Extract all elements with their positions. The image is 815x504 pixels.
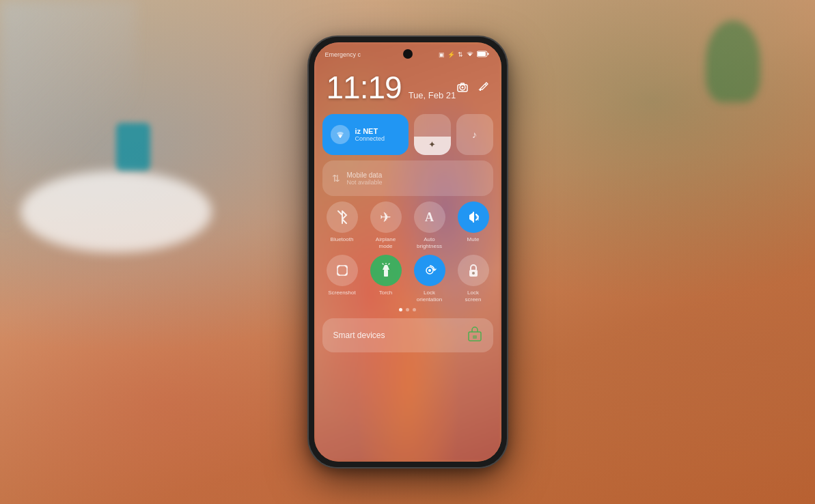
- lock-screen-label: Lockscreen: [465, 290, 481, 303]
- wifi-status: Connected: [355, 135, 385, 142]
- flash-icon: ⚡: [447, 51, 455, 58]
- bluetooth-label: Bluetooth: [331, 236, 354, 243]
- mute-button[interactable]: [458, 201, 489, 233]
- edit-icon[interactable]: [478, 81, 489, 94]
- wifi-network-name: iz NET: [355, 127, 385, 135]
- brightness-tile[interactable]: ✦: [414, 114, 451, 155]
- lock-orientation-label: Lockorientation: [417, 290, 442, 303]
- torch-label: Torch: [379, 290, 393, 296]
- dot-1: [399, 308, 402, 311]
- phone-screen: Emergency c ▣ ⚡ ⇅: [314, 42, 501, 462]
- toggle-torch[interactable]: Torch: [366, 255, 406, 303]
- data-icon: ⇅: [458, 51, 463, 58]
- svg-rect-2: [478, 52, 486, 56]
- page-dots: [322, 308, 493, 311]
- mobile-data-icon: ⇅: [332, 173, 340, 184]
- svg-rect-10: [337, 266, 347, 275]
- brightness-icon: ✦: [428, 139, 436, 150]
- volume-tile[interactable]: ♪: [456, 114, 493, 155]
- toggle-lock-screen[interactable]: Lockscreen: [454, 255, 493, 303]
- toggle-bluetooth[interactable]: Bluetooth: [322, 201, 362, 249]
- mobile-data-name: Mobile data: [347, 171, 383, 179]
- toggle-lock-orientation[interactable]: Lockorientation: [410, 255, 450, 303]
- svg-line-6: [485, 84, 486, 85]
- emergency-text: Emergency c: [325, 51, 361, 58]
- mobile-data-tile[interactable]: ⇅ Mobile data Not available: [322, 160, 493, 196]
- svg-point-15: [472, 272, 475, 275]
- top-tiles: iz NET Connected ✦ ♪: [322, 114, 493, 155]
- dot-3: [413, 308, 416, 311]
- screenshot-button[interactable]: [327, 255, 358, 286]
- mute-label: Mute: [467, 236, 480, 243]
- torch-button[interactable]: [370, 255, 402, 286]
- airplane-button[interactable]: ✈: [370, 201, 402, 233]
- bg-cup: [116, 123, 150, 171]
- clock-date: Tue, Feb 21: [409, 90, 456, 100]
- lock-orientation-button[interactable]: [414, 255, 445, 286]
- status-icons: ▣ ⚡ ⇅: [439, 51, 489, 59]
- smart-devices-icon: [467, 326, 482, 344]
- camera-icon[interactable]: [456, 81, 469, 94]
- scene: Emergency c ▣ ⚡ ⇅: [0, 0, 815, 504]
- bluetooth-button[interactable]: [327, 201, 358, 233]
- toggle-mute[interactable]: Mute: [454, 201, 493, 249]
- svg-point-13: [428, 269, 431, 272]
- volume-icon: ♪: [472, 129, 477, 140]
- svg-rect-17: [473, 335, 477, 339]
- mobile-data-text: Mobile data Not available: [347, 171, 383, 186]
- mobile-data-status: Not available: [347, 179, 383, 186]
- status-bar: Emergency c ▣ ⚡ ⇅: [314, 42, 501, 67]
- clock-time: 11:19: [327, 69, 402, 106]
- dot-2: [406, 308, 409, 311]
- clock-actions: [456, 81, 489, 94]
- svg-rect-11: [384, 270, 388, 277]
- wifi-tile[interactable]: iz NET Connected: [322, 114, 409, 155]
- lock-screen-button[interactable]: [458, 255, 489, 286]
- sim-icon: ▣: [439, 51, 445, 58]
- auto-brightness-button[interactable]: A: [414, 201, 445, 233]
- battery-icon: [477, 51, 489, 59]
- svg-rect-1: [487, 53, 488, 55]
- smart-devices-label: Smart devices: [333, 331, 385, 340]
- bg-table: [20, 171, 212, 253]
- toggle-airplane[interactable]: ✈ Airplanemode: [366, 201, 406, 249]
- toggle-screenshot[interactable]: Screenshot: [322, 255, 362, 303]
- auto-brightness-icon: A: [425, 210, 434, 225]
- auto-brightness-label: Autobrightness: [417, 236, 442, 249]
- wifi-icon: [466, 51, 474, 59]
- svg-point-4: [461, 86, 463, 88]
- screenshot-label: Screenshot: [328, 290, 355, 296]
- airplane-label: Airplanemode: [376, 236, 396, 249]
- bg-plant: [706, 20, 760, 102]
- toggle-auto-brightness[interactable]: A Autobrightness: [410, 201, 450, 249]
- clock-area: 11:19 Tue, Feb 21: [327, 67, 489, 108]
- control-panel: iz NET Connected ✦ ♪: [322, 114, 493, 352]
- toggle-row-1: Bluetooth ✈ Airplanemode A A: [322, 201, 493, 249]
- wifi-tile-icon: [331, 125, 350, 144]
- phone: Emergency c ▣ ⚡ ⇅: [309, 37, 507, 467]
- wifi-tile-text: iz NET Connected: [355, 127, 385, 142]
- smart-devices-tile[interactable]: Smart devices: [322, 318, 493, 352]
- toggle-row-2: Screenshot To: [322, 255, 493, 303]
- airplane-icon: ✈: [380, 209, 391, 225]
